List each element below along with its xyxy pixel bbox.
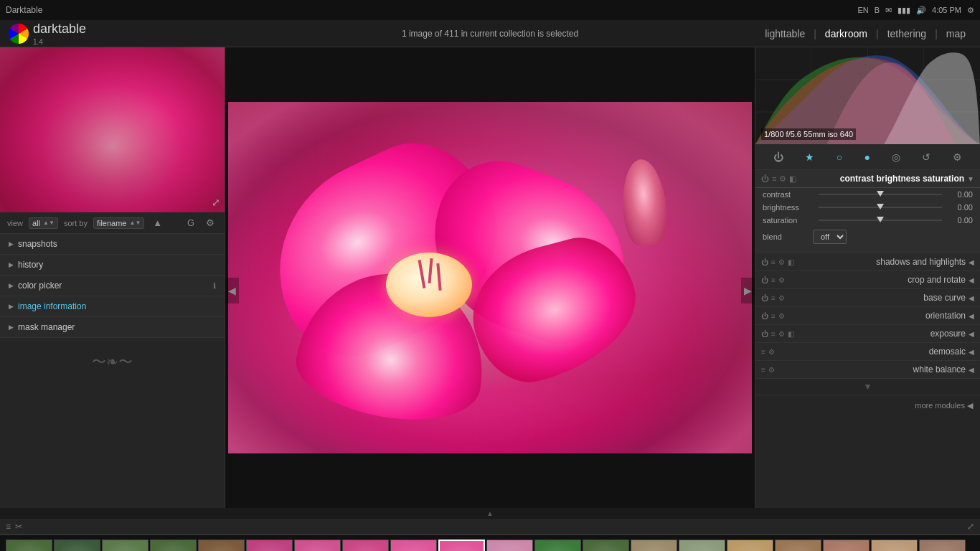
cr-list-icon[interactable]: ≡ (771, 276, 776, 284)
module-collapse-arrow[interactable]: ▼ (967, 175, 974, 183)
filmstrip-thumb-19[interactable] (919, 540, 966, 552)
bc-power-icon[interactable]: ⏻ (761, 294, 768, 302)
filmstrip-thumb-11[interactable] (534, 540, 581, 552)
ex-settings-icon[interactable]: ⚙ (778, 330, 785, 338)
next-image-button[interactable]: ▶ (741, 278, 755, 303)
bc-list-icon[interactable]: ≡ (771, 294, 776, 302)
nav-darkroom[interactable]: darkroom (819, 25, 873, 42)
settings-icon[interactable]: ⚙ (967, 6, 974, 15)
image-information-section[interactable]: ▶ image information (0, 296, 225, 317)
filmstrip-thumb-14[interactable] (679, 540, 725, 552)
prev-image-button[interactable]: ◀ (225, 278, 239, 303)
demosaic-module[interactable]: ≡ ⚙ demosaic ◀ (755, 343, 980, 361)
snapshots-section[interactable]: ▶ snapshots (0, 234, 225, 255)
wb-list-icon[interactable]: ≡ (761, 366, 765, 374)
sh-expand-arrow[interactable]: ◀ (969, 258, 974, 266)
or-power-icon[interactable]: ⏻ (761, 312, 768, 320)
ex-list-icon[interactable]: ≡ (771, 330, 776, 338)
filmstrip-thumb-2[interactable] (102, 540, 149, 552)
view-select[interactable]: all ▲▼ (29, 217, 58, 229)
filmstrip-thumb-10[interactable] (486, 540, 533, 552)
filmstrip-thumb-3[interactable] (150, 540, 197, 552)
filmstrip-collapse-button[interactable]: ▲ (486, 509, 494, 517)
sh-list-icon[interactable]: ≡ (771, 258, 776, 266)
module-config-icon[interactable]: ⚙ (779, 174, 786, 184)
color-picker-info-icon[interactable]: ℹ (213, 281, 216, 291)
sort-value: filename (97, 219, 127, 227)
dm-settings-icon[interactable]: ⚙ (768, 348, 775, 356)
filmstrip-scissors-button[interactable]: ✂ (15, 522, 22, 532)
contrast-thumb[interactable] (877, 191, 884, 197)
ex-power-icon[interactable]: ⏻ (761, 330, 768, 338)
bc-expand-arrow[interactable]: ◀ (969, 294, 974, 302)
filmstrip-thumb-18[interactable] (871, 540, 918, 552)
brightness-thumb[interactable] (877, 204, 884, 209)
base-curve-module[interactable]: ⏻ ≡ ⚙ base curve ◀ (755, 289, 980, 307)
filmstrip-thumb-9[interactable] (438, 540, 485, 552)
white-balance-module[interactable]: ≡ ⚙ white balance ◀ (755, 361, 980, 379)
dm-list-icon[interactable]: ≡ (761, 348, 765, 356)
blend-row: blend off (755, 227, 980, 247)
filmstrip-thumb-15[interactable] (727, 540, 773, 552)
settings-button[interactable]: ⚙ (203, 216, 217, 230)
sh-power-icon[interactable]: ⏻ (761, 258, 768, 266)
wb-expand-arrow[interactable]: ◀ (969, 366, 974, 374)
bc-settings-icon[interactable]: ⚙ (778, 294, 785, 302)
filmstrip-thumb-1[interactable] (54, 540, 100, 552)
power-icon[interactable]: ⏻ (769, 149, 788, 166)
or-expand-arrow[interactable]: ◀ (969, 312, 974, 320)
or-settings-icon[interactable]: ⚙ (778, 312, 785, 320)
more-modules-button[interactable]: more modules ◀ (755, 395, 980, 416)
refresh-icon[interactable]: ↺ (918, 149, 935, 166)
blend-select[interactable]: off (813, 230, 847, 244)
or-list-icon[interactable]: ≡ (771, 312, 776, 320)
filmstrip-thumb-7[interactable] (342, 540, 389, 552)
filmstrip-expand-button[interactable]: ⤢ (967, 522, 974, 532)
contrast-slider[interactable] (819, 194, 942, 195)
crop-and-rotate-module[interactable]: ⏻ ≡ ⚙ crop and rotate ◀ (755, 271, 980, 289)
sort-select[interactable]: filename ▲▼ (93, 217, 144, 229)
module-preset-icon[interactable]: ◧ (789, 174, 796, 184)
cr-settings-icon[interactable]: ⚙ (778, 276, 785, 284)
shadows-highlights-module[interactable]: ⏻ ≡ ⚙ ◧ shadows and highlights ◀ (755, 253, 980, 271)
sh-preset-icon[interactable]: ◧ (788, 258, 794, 266)
module-list-icon[interactable]: ≡ (772, 174, 776, 183)
nav-map[interactable]: map (941, 25, 971, 42)
cr-expand-arrow[interactable]: ◀ (969, 276, 974, 284)
color-picker-section[interactable]: ▶ color picker ℹ (0, 276, 225, 296)
saturation-thumb[interactable] (877, 217, 884, 222)
exposure-module[interactable]: ⏻ ≡ ⚙ ◧ exposure ◀ (755, 325, 980, 343)
history-section[interactable]: ▶ history (0, 255, 225, 276)
filmstrip-thumb-4[interactable] (198, 540, 245, 552)
filmstrip-thumb-13[interactable] (631, 540, 677, 552)
gear-icon[interactable]: ⚙ (948, 149, 966, 166)
filmstrip-thumb-8[interactable] (390, 540, 437, 552)
filmstrip-thumb-0[interactable] (6, 540, 52, 552)
expand-thumbnail-button[interactable]: ⤢ (212, 197, 220, 208)
dm-expand-arrow[interactable]: ◀ (969, 348, 974, 356)
filled-circle-icon[interactable]: ● (859, 149, 874, 166)
filmstrip-thumb-17[interactable] (823, 540, 870, 552)
filmstrip-thumb-5[interactable] (246, 540, 293, 552)
circle-icon[interactable]: ○ (832, 149, 847, 166)
filmstrip-thumb-6[interactable] (294, 540, 341, 552)
orientation-module[interactable]: ⏻ ≡ ⚙ orientation ◀ (755, 307, 980, 325)
filmstrip-menu-button[interactable]: ≡ (6, 522, 11, 532)
mask-manager-section[interactable]: ▶ mask manager (0, 317, 225, 338)
cr-power-icon[interactable]: ⏻ (761, 276, 768, 284)
ring-icon[interactable]: ◎ (887, 149, 905, 166)
filmstrip-thumb-12[interactable] (583, 540, 629, 552)
saturation-slider[interactable] (819, 220, 942, 221)
ex-preset-icon[interactable]: ◧ (788, 330, 794, 338)
ex-expand-arrow[interactable]: ◀ (969, 330, 974, 338)
sort-direction-button[interactable]: ▲ (150, 216, 165, 230)
filmstrip-thumb-16[interactable] (775, 540, 821, 552)
brightness-slider[interactable] (819, 207, 942, 208)
nav-tethering[interactable]: tethering (882, 25, 932, 42)
nav-lighttable[interactable]: lighttable (759, 25, 811, 42)
g-button[interactable]: G (184, 216, 197, 230)
star-icon[interactable]: ★ (801, 149, 819, 166)
wb-settings-icon[interactable]: ⚙ (768, 366, 775, 374)
sh-settings-icon[interactable]: ⚙ (778, 258, 785, 266)
module-power-icon[interactable]: ⏻ (761, 174, 769, 183)
